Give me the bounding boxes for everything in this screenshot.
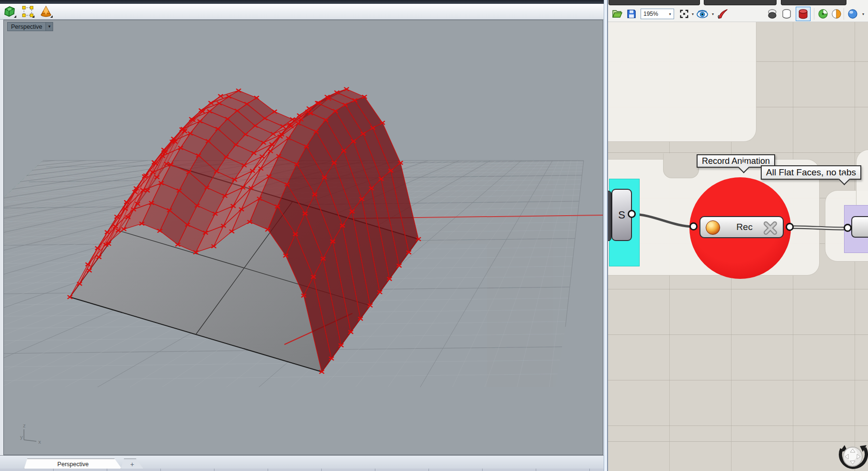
svg-text:z: z bbox=[23, 423, 26, 428]
toolbar-flyout-corner bbox=[14, 15, 16, 18]
preview-selected-icon[interactable] bbox=[817, 8, 829, 20]
chevron-down-icon[interactable]: ▾ bbox=[690, 12, 695, 16]
canvas-zoom-value: 195% bbox=[641, 11, 666, 17]
flat-faces-tooltip: All Flat Faces, no tabs bbox=[761, 165, 861, 180]
rhino-window-top-edge bbox=[0, 0, 604, 4]
viewport-title: Perspective bbox=[8, 23, 45, 30]
next-input-nub[interactable] bbox=[844, 224, 852, 232]
canvas-zoom-combo[interactable]: 195% ▾ bbox=[641, 9, 674, 19]
ribbon-panel-edge bbox=[781, 0, 846, 5]
rhino-bottom-bar: Perspective + bbox=[0, 455, 604, 471]
s-output-nub[interactable] bbox=[628, 210, 636, 218]
chevron-down-icon[interactable]: ▾ bbox=[861, 12, 866, 16]
ribbon-panel-edge bbox=[704, 0, 777, 5]
app: zyx Perspective ▼ Perspective + bbox=[0, 0, 868, 471]
open-file-icon[interactable] bbox=[611, 8, 623, 20]
mesh-display-icon[interactable] bbox=[3, 5, 16, 18]
viewport-menu-arrow-icon[interactable]: ▼ bbox=[45, 23, 53, 31]
grasshopper-canvas[interactable]: S Rec Rec bbox=[608, 22, 868, 471]
partially-hidden-component[interactable] bbox=[608, 191, 611, 241]
tooltip-text: Record Animation bbox=[702, 156, 770, 166]
toolbar-separator bbox=[844, 8, 844, 20]
save-file-icon[interactable] bbox=[625, 8, 638, 20]
ribbon-panel-edge bbox=[609, 0, 700, 5]
preview-off-icon[interactable] bbox=[766, 8, 778, 20]
record-component[interactable]: Rec bbox=[699, 216, 784, 238]
toolbar-flyout-corner bbox=[50, 15, 53, 18]
rhino-window: zyx Perspective ▼ Perspective + bbox=[0, 0, 604, 471]
grasshopper-window: 195% ▾ ▾ bbox=[604, 0, 868, 471]
clear-x-icon[interactable] bbox=[763, 220, 778, 236]
toolbar-separator bbox=[814, 8, 814, 20]
viewport-tab-perspective[interactable]: Perspective bbox=[24, 459, 122, 469]
next-component[interactable] bbox=[851, 216, 868, 238]
control-points-icon[interactable] bbox=[21, 5, 34, 18]
viewport-title-chip[interactable]: Perspective ▼ bbox=[7, 22, 53, 31]
preview-shaded-icon[interactable] bbox=[797, 8, 809, 20]
rec-output-nub[interactable] bbox=[786, 223, 794, 231]
chevron-down-icon[interactable]: ▾ bbox=[710, 12, 715, 16]
record-ball-icon bbox=[706, 220, 720, 235]
grasshopper-ribbon-edge bbox=[608, 0, 868, 6]
rhino-toolbar bbox=[0, 4, 604, 20]
wire-s-to-rec bbox=[632, 214, 694, 227]
new-viewport-tab-button[interactable]: + bbox=[121, 459, 144, 469]
s-param-label: S bbox=[618, 209, 625, 221]
preview-eye-icon[interactable] bbox=[696, 8, 709, 20]
preview-overlay-icon[interactable] bbox=[830, 8, 843, 20]
status-bar-segments bbox=[0, 469, 604, 471]
grasshopper-toolbar: 195% ▾ ▾ bbox=[608, 6, 868, 22]
grasshopper-main: 195% ▾ ▾ bbox=[608, 0, 868, 471]
wire-layer bbox=[608, 22, 868, 471]
svg-text:x: x bbox=[38, 439, 41, 445]
preview-wireframe-icon[interactable] bbox=[780, 8, 793, 20]
rhino-viewport[interactable]: zyx Perspective ▼ bbox=[3, 20, 603, 455]
grasshopper-window-border bbox=[604, 0, 608, 471]
zoom-extents-icon[interactable] bbox=[678, 8, 690, 20]
rec-input-nub[interactable] bbox=[689, 222, 698, 230]
chevron-down-icon: ▾ bbox=[666, 12, 674, 16]
cone-solid-icon[interactable] bbox=[39, 5, 53, 18]
canvas-navigation-ball[interactable] bbox=[835, 438, 868, 471]
display-sphere-icon[interactable] bbox=[846, 8, 859, 20]
record-label: Rec bbox=[725, 222, 764, 232]
svg-text:y: y bbox=[20, 434, 23, 440]
viewport-3d-scene: zyx bbox=[4, 20, 603, 455]
toolbar-flyout-corner bbox=[32, 15, 34, 18]
sketch-pen-icon[interactable] bbox=[716, 8, 729, 20]
